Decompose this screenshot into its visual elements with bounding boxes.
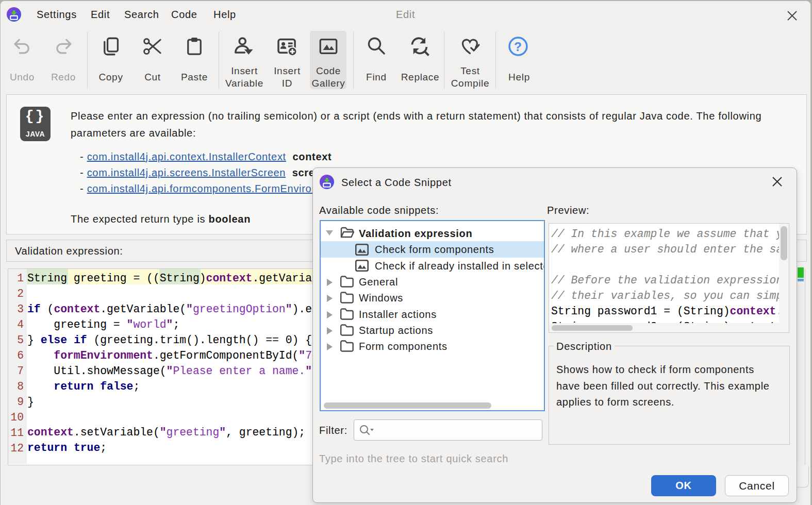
- svg-text:?: ?: [514, 40, 522, 54]
